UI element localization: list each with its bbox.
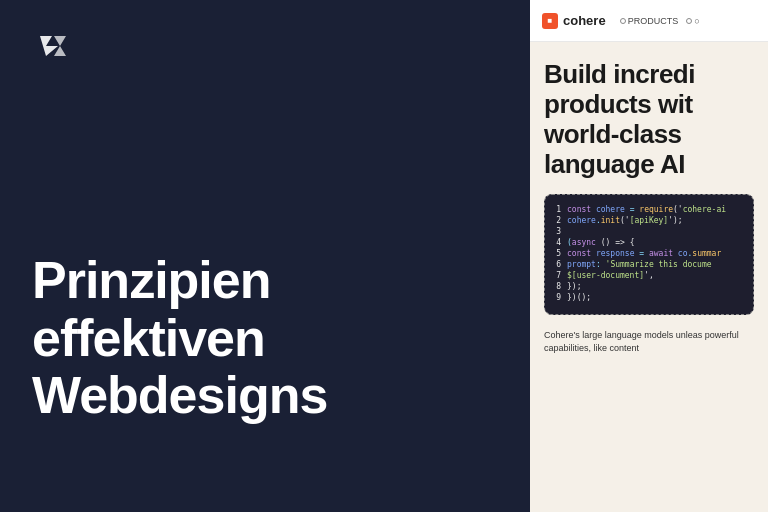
code-line-7: 7 $[user-document]',	[553, 271, 745, 280]
nav-products-label: PRODUCTS	[628, 16, 679, 26]
code-line-5: 5 const response = await co.summar	[553, 249, 745, 258]
site-nav: ■ cohere PRODUCTS ○	[530, 0, 768, 42]
code-line-4: 4 (async () => {	[553, 238, 745, 247]
left-panel: Prinzipien effektiven Webdesigns	[0, 0, 530, 512]
nav-items: PRODUCTS ○	[620, 16, 700, 26]
nav-item-extra[interactable]: ○	[686, 16, 699, 26]
site-nav-logo: ■ cohere	[542, 13, 606, 29]
code-line-1: 1 const cohere = require('cohere-ai	[553, 205, 745, 214]
site-heading: Build incredi products wit world-class l…	[544, 60, 754, 180]
code-block: 1 const cohere = require('cohere-ai 2 co…	[544, 194, 754, 315]
code-line-3: 3	[553, 227, 745, 236]
nav-item-products[interactable]: PRODUCTS	[620, 16, 679, 26]
code-line-2: 2 cohere.init('[apiKey]');	[553, 216, 745, 225]
main-title: Prinzipien effektiven Webdesigns	[32, 252, 498, 484]
site-content: Build incredi products wit world-class l…	[530, 42, 768, 512]
site-description: Cohere's large language models unleas po…	[544, 329, 754, 356]
cohere-logo-text: cohere	[563, 13, 606, 28]
code-line-8: 8 });	[553, 282, 745, 291]
code-line-9: 9 })();	[553, 293, 745, 302]
cohere-logo-icon: ■	[542, 13, 558, 29]
logo-icon	[32, 28, 76, 64]
code-line-6: 6 prompt: 'Summarize this docume	[553, 260, 745, 269]
right-panel: ■ cohere PRODUCTS ○ Build incredi produc…	[530, 0, 768, 512]
